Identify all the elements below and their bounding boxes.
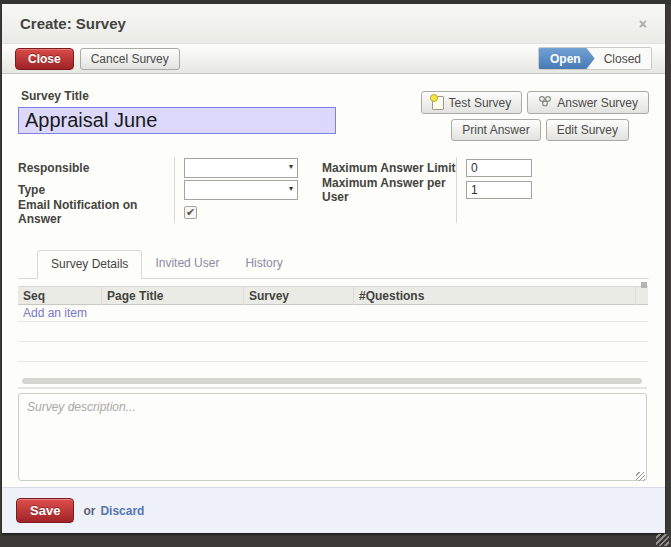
create-survey-dialog: Create: Survey × Close Cancel Survey Ope…: [2, 4, 665, 533]
answer-survey-icon: [538, 95, 552, 110]
edit-survey-label: Edit Survey: [557, 123, 618, 137]
window-resize-grip-icon[interactable]: [656, 534, 669, 546]
test-survey-button[interactable]: Test Survey: [421, 91, 523, 114]
edit-survey-button[interactable]: Edit Survey: [546, 119, 629, 141]
type-select[interactable]: ▾: [184, 180, 298, 200]
max-answer-per-user-input[interactable]: [466, 181, 532, 199]
table-row: [18, 342, 648, 362]
status-bar: Open Closed: [538, 47, 652, 70]
notebook-tabs: Survey Details Invited User History: [18, 250, 649, 279]
discard-link[interactable]: Discard: [100, 504, 144, 518]
dialog-footer: Save or Discard: [2, 487, 665, 533]
tab-survey-details[interactable]: Survey Details: [37, 250, 142, 279]
column-header-seq: Seq: [18, 286, 102, 305]
survey-pages-table: Seq Page Title Survey #Questions Add an …: [18, 286, 648, 362]
responsible-label: Responsible: [18, 161, 89, 175]
tab-history[interactable]: History: [232, 250, 295, 278]
column-header-survey: Survey: [244, 286, 354, 305]
table-header: Seq Page Title Survey #Questions: [18, 286, 648, 305]
test-survey-icon: [432, 96, 444, 110]
save-button[interactable]: Save: [16, 498, 74, 523]
form-body: Survey Title Test Survey Answer: [2, 74, 665, 487]
or-text: or: [83, 504, 95, 518]
max-answer-limit-input[interactable]: [466, 159, 532, 177]
print-answer-label: Print Answer: [462, 123, 529, 137]
screen: Create: Survey × Close Cancel Survey Ope…: [0, 0, 671, 547]
answer-survey-button[interactable]: Answer Survey: [527, 91, 649, 114]
divider: [18, 387, 647, 389]
test-survey-label: Test Survey: [449, 96, 512, 110]
max-answer-per-user-label: Maximum Answer per User: [322, 176, 456, 204]
status-open[interactable]: Open: [539, 47, 595, 70]
status-closed[interactable]: Closed: [595, 52, 651, 66]
print-answer-button[interactable]: Print Answer: [451, 119, 540, 141]
dialog-title: Create: Survey: [20, 15, 126, 32]
add-item-row: Add an item: [18, 305, 648, 322]
chevron-down-icon: ▾: [289, 162, 293, 171]
type-label: Type: [18, 183, 45, 197]
max-answer-limit-label: Maximum Answer Limit: [322, 161, 456, 175]
survey-title-input[interactable]: [18, 107, 336, 134]
column-header-page-title: Page Title: [102, 286, 244, 305]
table-row: [18, 322, 648, 342]
responsible-select[interactable]: ▾: [184, 158, 298, 178]
column-header-questions: #Questions: [354, 286, 636, 305]
chevron-down-icon: ▾: [289, 184, 293, 193]
close-button[interactable]: Close: [15, 48, 74, 70]
dialog-toolbar: Close Cancel Survey Open Closed: [2, 44, 665, 74]
survey-title-label: Survey Title: [21, 89, 336, 103]
table-header-stub: [636, 286, 648, 305]
email-notification-checkbox[interactable]: ✔: [184, 206, 197, 219]
cancel-survey-button[interactable]: Cancel Survey: [80, 48, 180, 70]
close-icon[interactable]: ×: [639, 17, 647, 31]
add-an-item-link[interactable]: Add an item: [23, 306, 87, 320]
email-notification-label: Email Notification on Answer: [18, 198, 174, 226]
scrollbar-corner: [641, 282, 647, 288]
dialog-titlebar: Create: Survey ×: [2, 4, 665, 44]
answer-survey-label: Answer Survey: [557, 96, 638, 110]
survey-description-textarea[interactable]: [18, 393, 647, 481]
horizontal-scrollbar[interactable]: [22, 378, 642, 384]
tab-invited-user[interactable]: Invited User: [142, 250, 232, 278]
